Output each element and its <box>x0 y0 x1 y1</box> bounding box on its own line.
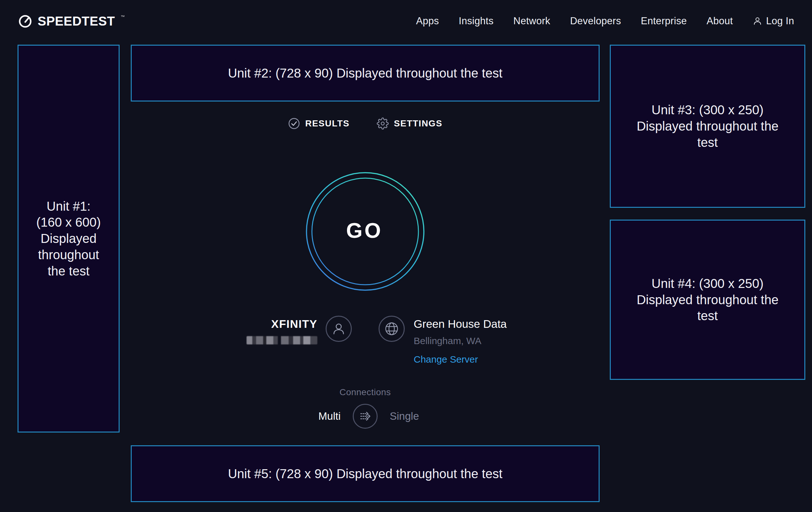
ad-unit-1[interactable]: Unit #1: (160 x 600) Displayed throughou… <box>18 45 120 433</box>
redacted-ip-text <box>246 336 317 344</box>
ad-unit-5[interactable]: Unit #5: (728 x 90) Displayed throughout… <box>131 445 600 502</box>
brand-trademark: ™ <box>121 15 125 19</box>
tab-results-label: RESULTS <box>305 118 350 129</box>
login-label: Log In <box>766 15 794 27</box>
nav-apps[interactable]: Apps <box>416 15 439 27</box>
nav-enterprise[interactable]: Enterprise <box>641 15 687 27</box>
speedometer-icon <box>18 14 32 28</box>
connection-mode-multi[interactable]: Multi <box>318 410 341 422</box>
connections-label: Connections <box>339 387 391 397</box>
tab-settings-label: SETTINGS <box>394 118 442 129</box>
server-block: Green House Data Bellingham, WA Change S… <box>379 316 600 365</box>
ad-unit-1-text: Unit #1: (160 x 600) Displayed throughou… <box>34 198 103 279</box>
isp-block: XFINITY <box>131 316 352 365</box>
ad-unit-3-text: Unit #3: (300 x 250) Displayed throughou… <box>633 102 783 150</box>
brand-name: SPEEDTEST <box>38 14 115 28</box>
tab-settings[interactable]: SETTINGS <box>377 117 442 130</box>
tabs-bar: RESULTS SETTINGS <box>288 117 442 130</box>
user-icon <box>753 16 762 26</box>
connections-toggle-row: Multi Single <box>311 404 419 429</box>
nav-insights[interactable]: Insights <box>459 15 493 27</box>
ad-unit-2[interactable]: Unit #2: (728 x 90) Displayed throughout… <box>131 45 600 102</box>
change-server-link[interactable]: Change Server <box>414 354 478 365</box>
nav-developers[interactable]: Developers <box>570 15 621 27</box>
ad-unit-5-text: Unit #5: (728 x 90) Displayed throughout… <box>228 466 503 482</box>
gear-icon <box>377 117 389 130</box>
multi-arrows-icon <box>358 409 372 423</box>
brand-logo[interactable]: SPEEDTEST ™ <box>18 14 124 28</box>
ad-unit-2-text: Unit #2: (728 x 90) Displayed throughout… <box>228 65 503 81</box>
check-circle-icon <box>288 117 300 130</box>
connection-info-row: XFINITY <box>131 316 600 365</box>
go-label: GO <box>346 218 383 243</box>
login-link[interactable]: Log In <box>753 15 794 27</box>
connections-toggle[interactable] <box>353 404 378 429</box>
isp-avatar-ring[interactable] <box>326 316 352 342</box>
nav-about[interactable]: About <box>706 15 733 27</box>
tab-results[interactable]: RESULTS <box>288 117 350 130</box>
user-circle-icon <box>332 322 346 336</box>
main-nav: Apps Insights Network Developers Enterpr… <box>416 15 794 27</box>
isp-name: XFINITY <box>271 318 317 330</box>
go-button[interactable]: GO <box>305 171 425 291</box>
nav-network[interactable]: Network <box>514 15 550 27</box>
header: SPEEDTEST ™ Apps Insights Network Develo… <box>0 0 812 42</box>
speedtest-main: RESULTS SETTINGS <box>131 102 600 429</box>
ad-unit-3[interactable]: Unit #3: (300 x 250) Displayed throughou… <box>610 45 805 208</box>
server-globe-ring[interactable] <box>379 316 405 342</box>
connection-mode-single[interactable]: Single <box>390 410 419 422</box>
server-name: Green House Data <box>414 318 507 330</box>
server-location: Bellingham, WA <box>414 335 481 346</box>
globe-icon <box>384 321 399 336</box>
ad-unit-4-text: Unit #4: (300 x 250) Displayed throughou… <box>633 275 783 324</box>
ad-unit-4[interactable]: Unit #4: (300 x 250) Displayed throughou… <box>610 220 805 380</box>
